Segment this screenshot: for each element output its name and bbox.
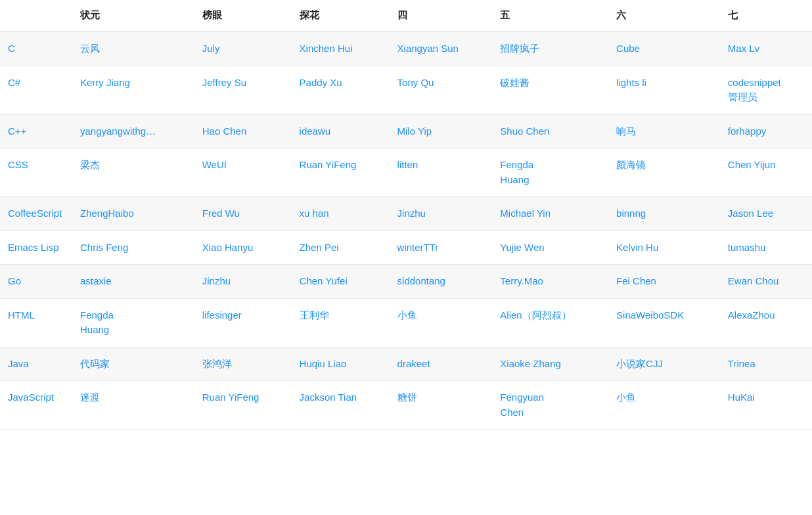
- category-cell: CoffeeScript: [0, 197, 72, 231]
- data-cell: siddontang: [390, 265, 493, 299]
- data-cell: forhappy: [720, 114, 812, 148]
- data-cell: FengyuanChen: [492, 381, 608, 430]
- data-cell: Chris Feng: [72, 231, 194, 265]
- data-cell: tumashu: [720, 231, 812, 265]
- table-row: C#Kerry JiangJeffrey SuPaddy XuTony Qu破娃…: [0, 66, 812, 114]
- data-cell: binnng: [608, 197, 720, 231]
- data-cell: ZhengHaibo: [72, 197, 194, 231]
- col-header-四: 四: [390, 0, 493, 32]
- data-cell: 迷渡: [72, 381, 194, 430]
- data-cell: WeUI: [194, 148, 292, 197]
- data-cell: 代码家: [72, 347, 194, 381]
- table-row: Emacs LispChris FengXiao HanyuZhen Peiwi…: [0, 231, 812, 265]
- data-cell: Chen Yufei: [292, 265, 390, 299]
- col-header-探花: 探花: [292, 0, 390, 32]
- data-cell: Xiangyan Sun: [390, 32, 493, 66]
- col-header-empty: [0, 0, 72, 32]
- data-cell: Terry.Mao: [492, 265, 608, 299]
- col-header-七: 七: [720, 0, 812, 32]
- data-cell: Tony Qu: [390, 66, 493, 114]
- col-header-五: 五: [492, 0, 608, 32]
- data-cell: Ruan YiFeng: [292, 148, 390, 197]
- data-cell: Paddy Xu: [292, 66, 390, 114]
- data-cell: Jinzhu: [390, 197, 493, 231]
- col-header-状元: 状元: [72, 0, 194, 32]
- category-cell: CSS: [0, 148, 72, 197]
- data-cell: Kerry Jiang: [72, 66, 194, 114]
- data-cell: Fei Chen: [608, 265, 720, 299]
- data-cell: Xinchen Hui: [292, 32, 390, 66]
- data-cell: litten: [390, 148, 493, 197]
- data-cell: 糖饼: [390, 381, 493, 430]
- data-cell: 小鱼: [608, 381, 720, 430]
- category-cell: HTML: [0, 298, 72, 347]
- data-cell: 破娃酱: [492, 66, 608, 114]
- data-cell: Hao Chen: [194, 114, 292, 148]
- table-row: JavaScript迷渡Ruan YiFengJackson Tian糖饼Fen…: [0, 381, 812, 430]
- data-cell: Michael Yin: [492, 197, 608, 231]
- data-cell: FengdaHuang: [492, 148, 608, 197]
- data-cell: lifesinger: [194, 298, 292, 347]
- table-row: CoffeeScriptZhengHaiboFred Wuxu hanJinzh…: [0, 197, 812, 231]
- data-cell: HuKai: [720, 381, 812, 430]
- data-cell: Shuo Chen: [492, 114, 608, 148]
- data-cell: ideawu: [292, 114, 390, 148]
- data-cell: 小说家CJJ: [608, 347, 720, 381]
- category-cell: JavaScript: [0, 381, 72, 430]
- data-cell: xu han: [292, 197, 390, 231]
- data-cell: Fred Wu: [194, 197, 292, 231]
- data-cell: Chen Yijun: [720, 148, 812, 197]
- data-cell: 张鸿洋: [194, 347, 292, 381]
- category-cell: C++: [0, 114, 72, 148]
- data-cell: 王利华: [292, 298, 390, 347]
- data-cell: FengdaHuang: [72, 298, 194, 347]
- data-cell: Zhen Pei: [292, 231, 390, 265]
- data-cell: AlexaZhou: [720, 298, 812, 347]
- header-row: 状元榜眼探花四五六七: [0, 0, 812, 32]
- data-cell: Jason Lee: [720, 197, 812, 231]
- data-cell: 颜海镜: [608, 148, 720, 197]
- col-header-榜眼: 榜眼: [194, 0, 292, 32]
- data-cell: July: [194, 32, 292, 66]
- main-container: 状元榜眼探花四五六七 C云风JulyXinchen HuiXiangyan Su…: [0, 0, 812, 430]
- ranking-table: 状元榜眼探花四五六七 C云风JulyXinchen HuiXiangyan Su…: [0, 0, 812, 430]
- data-cell: Jackson Tian: [292, 381, 390, 430]
- data-cell: Jeffrey Su: [194, 66, 292, 114]
- data-cell: 响马: [608, 114, 720, 148]
- data-cell: SinaWeiboSDK: [608, 298, 720, 347]
- data-cell: Trinea: [720, 347, 812, 381]
- table-row: CSS梁杰WeUIRuan YiFenglittenFengdaHuang颜海镜…: [0, 148, 812, 197]
- category-cell: Java: [0, 347, 72, 381]
- table-row: C++yangyangwithg…Hao ChenideawuMilo YipS…: [0, 114, 812, 148]
- data-cell: 小鱼: [390, 298, 493, 347]
- data-cell: codesnippet管理员: [720, 66, 812, 114]
- data-cell: Ewan Chou: [720, 265, 812, 299]
- data-cell: Xiaoke Zhang: [492, 347, 608, 381]
- data-cell: Yujie Wen: [492, 231, 608, 265]
- col-header-六: 六: [608, 0, 720, 32]
- data-cell: Milo Yip: [390, 114, 493, 148]
- data-cell: astaxie: [72, 265, 194, 299]
- data-cell: Jinzhu: [194, 265, 292, 299]
- data-cell: Kelvin Hu: [608, 231, 720, 265]
- table-row: HTMLFengdaHuanglifesinger王利华小鱼Alien（阿烈叔）…: [0, 298, 812, 347]
- data-cell: winterTTr: [390, 231, 493, 265]
- data-cell: Huqiu Liao: [292, 347, 390, 381]
- category-cell: C#: [0, 66, 72, 114]
- data-cell: yangyangwithg…: [72, 114, 194, 148]
- data-cell: drakeet: [390, 347, 493, 381]
- table-body: C云风JulyXinchen HuiXiangyan Sun招牌疯子CubeMa…: [0, 32, 812, 430]
- data-cell: Ruan YiFeng: [194, 381, 292, 430]
- category-cell: C: [0, 32, 72, 66]
- data-cell: 招牌疯子: [492, 32, 608, 66]
- data-cell: lights li: [608, 66, 720, 114]
- data-cell: 云风: [72, 32, 194, 66]
- table-row: GoastaxieJinzhuChen YufeisiddontangTerry…: [0, 265, 812, 299]
- data-cell: Xiao Hanyu: [194, 231, 292, 265]
- table-row: C云风JulyXinchen HuiXiangyan Sun招牌疯子CubeMa…: [0, 32, 812, 66]
- category-cell: Emacs Lisp: [0, 231, 72, 265]
- data-cell: 梁杰: [72, 148, 194, 197]
- category-cell: Go: [0, 265, 72, 299]
- data-cell: Alien（阿烈叔）: [492, 298, 608, 347]
- data-cell: Cube: [608, 32, 720, 66]
